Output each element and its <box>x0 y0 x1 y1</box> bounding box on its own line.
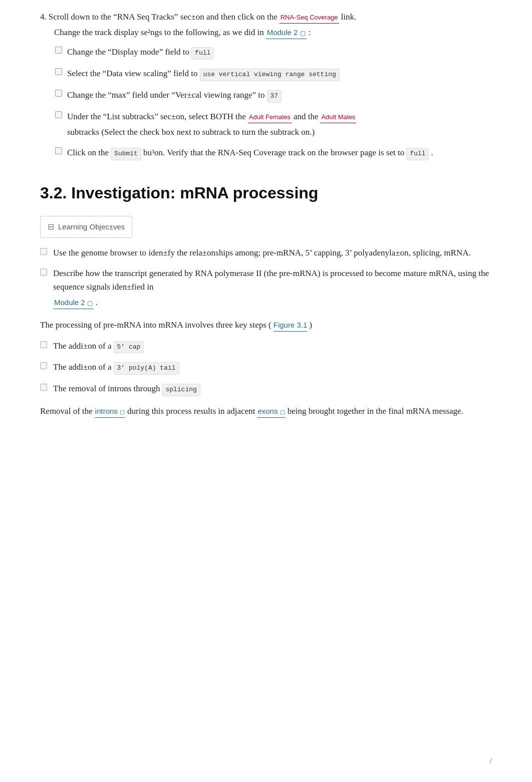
lo-item-1-text: Use the genome browser to iden±fy the re… <box>53 246 471 259</box>
checkbox-data-view[interactable] <box>55 68 62 75</box>
lo-bullet-1 <box>40 248 47 255</box>
submit-text-before: Click on the <box>67 146 109 159</box>
learning-obj-icon: ⊟ <box>48 220 54 233</box>
removal-text-after: being brought together in the final mRNA… <box>288 404 463 418</box>
figure-3-1-link[interactable]: Figure 3.1 <box>274 319 308 332</box>
processing-step-1: The addi±on of a 5’ cap <box>40 339 492 354</box>
sub-item-subtracks: Under the “List subtracks” sec±on, selec… <box>55 110 492 139</box>
adult-females-link[interactable]: Adult Females <box>248 112 292 123</box>
adult-males-link[interactable]: Adult Males <box>320 112 356 123</box>
sub-item-subtracks-text: Under the “List subtracks” sec±on, selec… <box>67 110 492 139</box>
data-view-code: use vertical viewing range setting <box>200 69 340 81</box>
subtracks-text-between: and the <box>294 110 319 123</box>
sub-item-max-field: Change the “max” field under “Ver±cal vi… <box>55 88 492 103</box>
checkbox-display-mode[interactable] <box>55 47 62 54</box>
lo-text-2-before: Describe how the transcript generated by… <box>53 267 492 294</box>
processing-intro: The processing of pre-mRNA into mRNA inv… <box>40 318 492 332</box>
module2-arrow-step4: ▢ <box>300 30 306 37</box>
processing-text-after: ) <box>309 318 312 332</box>
proc-step-3-before: The removal of introns through <box>53 382 160 395</box>
step-4-line: 4. Scroll down to the “RNA Seq Tracks” s… <box>40 10 492 24</box>
processing-text-before: The processing of pre-mRNA into mRNA inv… <box>40 318 272 332</box>
data-view-text: Select the “Data view scaling” field to <box>67 67 198 80</box>
section-heading: 3.2. Investigation: mRNA processing <box>40 180 492 206</box>
sub-item-submit: Click on the Submit bu³on. Verify that t… <box>55 146 492 160</box>
subtracks-text-before: Under the “List subtracks” sec±on, selec… <box>67 110 246 123</box>
processing-step-2: The addi±on of a 3’ poly(A) tail <box>40 360 492 375</box>
checkbox-max-field[interactable] <box>55 90 62 97</box>
step-4-change-text: Change the track display se²ngs to the f… <box>54 26 264 39</box>
rnaseq-coverage-link[interactable]: RNA-Seq Coverage <box>280 13 339 24</box>
module2-arrow-lo: ▢ <box>87 300 93 307</box>
submit-code: Submit <box>111 148 141 160</box>
sub-item-display-mode-text: Change the “Display mode” field to full <box>67 45 214 60</box>
processing-step-1-text: The addi±on of a 5’ cap <box>53 339 144 354</box>
lo-item-1: Use the genome browser to iden±fy the re… <box>40 246 492 259</box>
sub-item-max-field-text: Change the “max” field under “Ver±cal vi… <box>67 88 282 103</box>
removal-text-middle: during this process results in adjacent <box>127 404 255 418</box>
subtracks-text-after: subtracks (Select the check box next to … <box>67 125 315 139</box>
step-4-change-line: Change the track display se²ngs to the f… <box>40 26 492 39</box>
lo-bullet-2 <box>40 269 47 276</box>
introns-link[interactable]: introns ▢ <box>95 405 125 418</box>
module2-link-lo[interactable]: Module 2 ▢ <box>53 297 94 309</box>
processing-step-3: The removal of introns through splicing <box>40 382 492 396</box>
step-4: 4. Scroll down to the “RNA Seq Tracks” s… <box>40 10 492 160</box>
lo-item-2: Describe how the transcript generated by… <box>40 267 492 310</box>
removal-text-before: Removal of the <box>40 404 93 418</box>
proc-step-2-code: 3’ poly(A) tail <box>114 362 179 375</box>
checkbox-submit[interactable] <box>55 147 62 154</box>
step-4-text-before: Scroll down to the “RNA Seq Tracks” sec±… <box>49 10 278 24</box>
processing-bullet-1 <box>40 341 47 348</box>
learning-objectives-box: ⊟ Learning Objec±ves <box>40 216 132 238</box>
processing-bullet-3 <box>40 384 47 391</box>
display-mode-text: Change the “Display mode” field to <box>67 45 189 59</box>
max-field-text: Change the “max” field under “Ver±cal vi… <box>67 88 265 102</box>
lo-item-2-text: Describe how the transcript generated by… <box>53 267 492 310</box>
proc-step-2-before: The addi±on of a <box>53 360 112 374</box>
submit-text-after: bu³on. Verify that the RNA-Seq Coverage … <box>143 146 404 159</box>
footer-slash: / <box>490 757 492 765</box>
sub-items-container: Change the “Display mode” field to full … <box>40 45 492 160</box>
sub-item-display-mode: Change the “Display mode” field to full <box>55 45 492 60</box>
lo-text-1: Use the genome browser to iden±fy the re… <box>53 248 471 257</box>
processing-step-2-text: The addi±on of a 3’ poly(A) tail <box>53 360 179 375</box>
proc-step-1-code: 5’ cap <box>114 341 144 354</box>
sub-item-data-view-text: Select the “Data view scaling” field to … <box>67 67 340 81</box>
proc-step-3-code: splicing <box>162 384 200 396</box>
processing-step-3-text: The removal of introns through splicing <box>53 382 200 396</box>
learning-obj-label: Learning Objec±ves <box>58 221 125 233</box>
sub-item-submit-text: Click on the Submit bu³on. Verify that t… <box>67 146 433 160</box>
full-code: full <box>406 148 429 160</box>
lo-text-2-after: . <box>96 296 98 309</box>
proc-step-1-before: The addi±on of a <box>53 339 112 353</box>
colon: : <box>309 26 311 39</box>
submit-text-end: . <box>431 146 433 159</box>
sub-item-data-view: Select the “Data view scaling” field to … <box>55 67 492 81</box>
processing-bullet-2 <box>40 362 47 369</box>
checkbox-subtracks[interactable] <box>55 111 62 118</box>
processing-steps-list: The addi±on of a 5’ cap The addi±on of a… <box>40 339 492 396</box>
module2-link-step4[interactable]: Module 2 ▢ <box>266 27 307 39</box>
learning-obj-list: Use the genome browser to iden±fy the re… <box>40 246 492 310</box>
max-field-code: 37 <box>267 90 282 103</box>
exons-link[interactable]: exons ▢ <box>257 405 285 418</box>
removal-paragraph: Removal of the introns ▢ during this pro… <box>40 404 492 418</box>
step-4-text-after-link: link. <box>341 10 357 24</box>
page-footer: / <box>490 755 492 767</box>
display-mode-code: full <box>191 47 214 60</box>
step-number: 4. <box>40 10 47 24</box>
